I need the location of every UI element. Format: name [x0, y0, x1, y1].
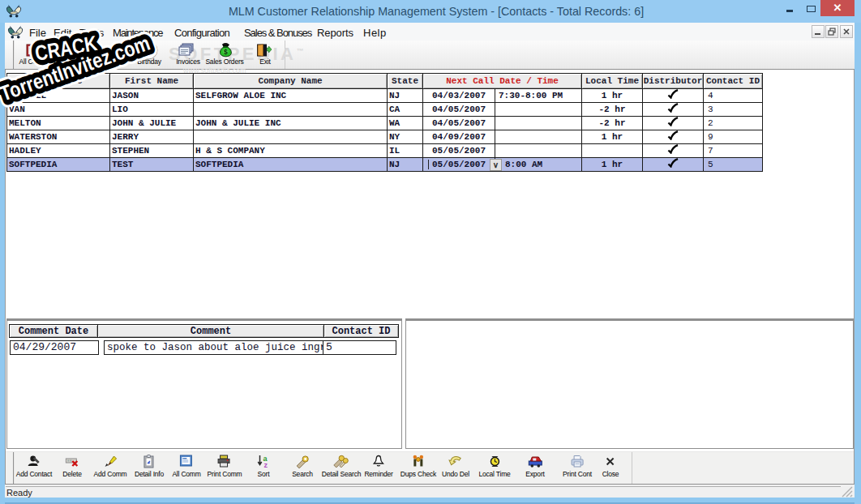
svg-text:z: z	[264, 461, 268, 468]
svg-text:$: $	[224, 48, 228, 56]
